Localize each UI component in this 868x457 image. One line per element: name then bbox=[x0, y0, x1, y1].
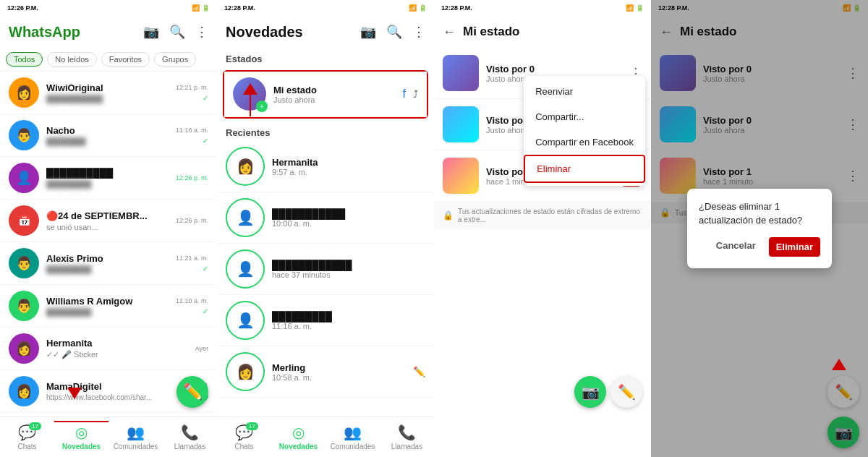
camera-icon-1[interactable]: 📷 bbox=[143, 24, 159, 40]
nav-novedades-label-1: Novedades bbox=[62, 443, 101, 450]
status-ring-merling: 👩 bbox=[226, 352, 265, 391]
status-time-3: 12:28 P.M. bbox=[441, 4, 472, 12]
filter-todos[interactable]: Todos bbox=[6, 52, 43, 67]
chat-item-alexis[interactable]: 👨 Alexis Primo ████████ 11:21 a. m. ✓ bbox=[0, 242, 217, 285]
my-status-item[interactable]: + Mi estado Justo ahora f ⤴ bbox=[224, 72, 427, 117]
camera-icon-2[interactable]: 📷 bbox=[360, 24, 376, 40]
status-info-anon2: ███████████ 10:00 a. m. bbox=[272, 208, 425, 228]
chat-msg-williams: ████████ bbox=[46, 308, 171, 317]
status-name-anon3: ████████████ bbox=[272, 260, 425, 270]
nav-comunidades-label-1: Comunidades bbox=[114, 443, 158, 450]
menu-compartir-facebook[interactable]: Compartir en Facebook bbox=[524, 129, 645, 155]
filter-noleidos[interactable]: No leídos bbox=[47, 52, 96, 67]
nav-comunidades-icon-1: 👥 bbox=[127, 424, 145, 441]
status-info-anon3: ████████████ hace 37 minutos bbox=[272, 260, 425, 279]
back-btn-3[interactable]: ← bbox=[443, 25, 456, 40]
confirm-delete-button[interactable]: Eliminar bbox=[769, 237, 820, 257]
chat-item-anon1[interactable]: 👤 ██████████ ████████ 12:26 p. m. bbox=[0, 157, 217, 200]
status-icons-2: 📶 🔋 bbox=[409, 4, 427, 12]
chat-name-williams: Williams R Amigow bbox=[46, 296, 171, 307]
chat-name-alexis: Alexis Primo bbox=[46, 253, 171, 264]
menu-compartir[interactable]: Compartir... bbox=[524, 104, 645, 129]
section-estados: Estados bbox=[217, 48, 434, 67]
status-anon3[interactable]: 👤 ████████████ hace 37 minutos bbox=[217, 244, 434, 295]
status-icons-1: 📶 🔋 bbox=[192, 4, 210, 12]
menu-eliminar[interactable]: Eliminar bbox=[524, 155, 645, 183]
nav-chats-badge-1: 17 bbox=[29, 422, 41, 430]
chat-info-nacho: Nacho ███████ bbox=[46, 125, 171, 146]
search-icon-1[interactable]: 🔍 bbox=[169, 24, 185, 40]
camera-fab-3[interactable]: 📷 bbox=[574, 376, 606, 408]
filter-favoritos[interactable]: Favoritos bbox=[101, 52, 150, 67]
status-anon4[interactable]: 👤 █████████ 11:16 a. m. bbox=[217, 295, 434, 346]
nav-chats-2[interactable]: 💬 Chats 17 bbox=[217, 421, 271, 453]
status-avatar-anon3: 👤 bbox=[229, 252, 262, 286]
checkmarks-wiwi: ✓ bbox=[203, 94, 208, 102]
my-status-action-icons: f ⤴ bbox=[403, 87, 418, 101]
pencil-icon-merling: ✏️ bbox=[413, 366, 425, 377]
screen3-header: ← Mi estado bbox=[434, 16, 651, 48]
checkmarks-nacho: ✓ bbox=[203, 137, 208, 145]
new-chat-fab-1[interactable]: ✏️ bbox=[176, 376, 208, 408]
dialog-buttons: Cancelar Eliminar bbox=[699, 237, 820, 257]
share-icon[interactable]: ⤴ bbox=[413, 88, 418, 100]
status-time-hermanita: 9:57 a. m. bbox=[272, 168, 425, 176]
status-ring-anon4: 👤 bbox=[226, 301, 265, 340]
nav-comunidades-2[interactable]: 👥 Comunidades bbox=[326, 421, 380, 453]
chat-item-septiembre[interactable]: 📅 🔴24 de SEPTIEMBR... se unió usan... 12… bbox=[0, 200, 217, 242]
chat-time-anon1: 12:26 p. m. bbox=[176, 174, 208, 181]
nav-novedades-1[interactable]: ◎ Novedades bbox=[54, 421, 109, 453]
chat-item-wiwi[interactable]: 👩 WiwiOriginal ██████████ 12:21 p. m. ✓ bbox=[0, 72, 217, 114]
status-time-merling: 10:58 a. m. bbox=[272, 373, 413, 382]
nav-novedades-icon-1: ◎ bbox=[75, 424, 88, 441]
status-merling[interactable]: 👩 Merling 10:58 a. m. ✏️ bbox=[217, 346, 434, 398]
chat-msg-mama: https://www.facebook.com/shar... bbox=[46, 393, 186, 401]
chat-time-alexis: 11:21 a. m. bbox=[176, 255, 208, 262]
lock-icon-3: 🔒 bbox=[443, 210, 454, 221]
nav-novedades-icon-2: ◎ bbox=[292, 424, 305, 441]
search-icon-2[interactable]: 🔍 bbox=[386, 24, 402, 40]
nav-llamadas-1[interactable]: 📞 Llamadas bbox=[163, 421, 217, 453]
nav-comunidades-1[interactable]: 👥 Comunidades bbox=[109, 421, 163, 453]
app-header-1: WhatsApp 📷 🔍 ⋮ bbox=[0, 16, 217, 48]
avatar-nacho: 👨 bbox=[9, 120, 39, 150]
delete-dialog: ¿Deseas eliminar 1 actualización de esta… bbox=[687, 189, 832, 268]
chat-meta-septiembre: 12:26 p. m. bbox=[176, 217, 208, 224]
chat-meta-alexis: 11:21 a. m. ✓ bbox=[176, 255, 208, 273]
chat-item-williams[interactable]: 👨 Williams R Amigow ████████ 11:10 a. m.… bbox=[0, 285, 217, 328]
my-status-info: Mi estado Justo ahora bbox=[273, 85, 403, 104]
dialog-overlay: ¿Deseas eliminar 1 actualización de esta… bbox=[651, 0, 868, 457]
screen1: 12:26 P.M. 📶 🔋 WhatsApp 📷 🔍 ⋮ Todos No l… bbox=[0, 0, 217, 457]
avatar-mama: 👩 bbox=[9, 376, 39, 406]
nav-chats-label-1: Chats bbox=[17, 443, 36, 450]
bottom-nav-1: 💬 Chats 17 ◎ Novedades 👥 Comunidades 📞 L… bbox=[0, 417, 217, 457]
nav-llamadas-icon-1: 📞 bbox=[181, 424, 199, 441]
chat-meta-nacho: 11:16 a. m. ✓ bbox=[176, 127, 208, 145]
chat-item-hermanita[interactable]: 👩 Hermanita ✓✓ 🎤 Sticker Ayer bbox=[0, 328, 217, 370]
pencil-fab-3[interactable]: ✏️ bbox=[610, 376, 642, 408]
status-anon2[interactable]: 👤 ███████████ 10:00 a. m. bbox=[217, 192, 434, 244]
avatar-wiwi: 👩 bbox=[9, 77, 39, 108]
nav-chats-1[interactable]: 💬 Chats 17 bbox=[0, 421, 54, 453]
cancel-button[interactable]: Cancelar bbox=[710, 237, 762, 257]
nav-llamadas-2[interactable]: 📞 Llamadas bbox=[380, 421, 434, 453]
status-icons-3: 📶 🔋 bbox=[626, 4, 644, 12]
chat-item-nacho[interactable]: 👨 Nacho ███████ 11:16 a. m. ✓ bbox=[0, 114, 217, 157]
facebook-icon[interactable]: f bbox=[403, 87, 406, 101]
chat-name-nacho: Nacho bbox=[46, 125, 171, 136]
screen3: 12:28 P.M. 📶 🔋 ← Mi estado Visto por 0 J… bbox=[434, 0, 651, 457]
menu-reenviar[interactable]: Reenviar bbox=[524, 79, 645, 104]
chat-msg-septiembre: se unió usan... bbox=[46, 223, 171, 231]
chat-name-hermanita: Hermanita bbox=[46, 338, 191, 349]
status-hermanita[interactable]: 👩 Hermanita 9:57 a. m. bbox=[217, 141, 434, 192]
chat-time-nacho: 11:16 a. m. bbox=[176, 127, 208, 134]
more-icon-1[interactable]: ⋮ bbox=[195, 24, 208, 40]
status-time-anon2: 10:00 a. m. bbox=[272, 219, 425, 228]
chat-name-septiembre: 🔴24 de SEPTIEMBR... bbox=[46, 210, 171, 221]
more-icon-2[interactable]: ⋮ bbox=[412, 24, 425, 40]
filter-grupos[interactable]: Grupos bbox=[154, 52, 196, 67]
context-menu: Reenviar Compartir... Compartir en Faceb… bbox=[524, 76, 645, 186]
nav-novedades-2[interactable]: ◎ Novedades bbox=[271, 421, 326, 453]
estado-views-1: Visto por 0 bbox=[486, 64, 629, 74]
chat-info-anon1: ██████████ ████████ bbox=[46, 168, 171, 189]
